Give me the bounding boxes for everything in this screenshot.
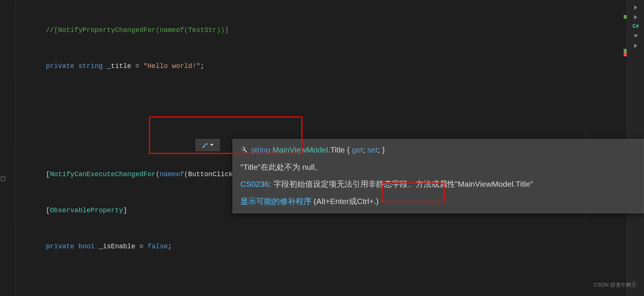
expand-icon[interactable]: [631, 3, 640, 12]
kw: bool: [78, 243, 94, 250]
kw: private: [46, 62, 74, 70]
attribute: NotifyCanExecuteChangedFor: [50, 171, 156, 178]
change-marker: [624, 49, 627, 53]
expand-icon[interactable]: [631, 41, 640, 50]
kw: false: [147, 243, 168, 250]
wrench-icon: [240, 146, 248, 154]
tooltip-error: CS0236: 字段初始值设定项无法引用非静态字段、方法或属性"MainView…: [240, 178, 636, 190]
tooltip-signature: string MainViewModel.Title { get; set; }: [240, 144, 636, 156]
collapse-toggle[interactable]: −: [1, 177, 5, 181]
watermark: CSDN @龙中舞王: [594, 279, 636, 291]
gutter: −: [0, 0, 7, 296]
kw: nameof: [159, 171, 184, 178]
screwdriver-icon: [202, 142, 208, 148]
indent-guide: [30, 0, 30, 296]
ident: _isEnable: [99, 243, 135, 250]
error-marker: [624, 53, 627, 56]
indent-guide: [15, 0, 15, 296]
csharp-icon[interactable]: C#: [631, 22, 640, 31]
hover-tooltip: string MainViewModel.Title { get; set; }…: [232, 139, 644, 213]
string: "Hello world!": [143, 62, 200, 70]
expand-icon[interactable]: [631, 32, 640, 41]
tooltip-fix-link[interactable]: 显示可能的修补程序 (Alt+Enter或Ctrl+.): [240, 195, 636, 207]
change-marker: [624, 15, 627, 19]
quick-actions-button[interactable]: [196, 139, 220, 151]
kw: string: [78, 62, 103, 70]
code-comment: //[NotifyPropertyChangedFor(nameof(TestS…: [46, 26, 229, 34]
ident: _title: [107, 62, 131, 70]
attribute: ObservableProperty: [50, 207, 123, 214]
tooltip-nullability: "Title"在此处不为 null。: [240, 161, 636, 173]
kw: private: [46, 243, 74, 250]
chevron-down-icon: [210, 144, 214, 146]
